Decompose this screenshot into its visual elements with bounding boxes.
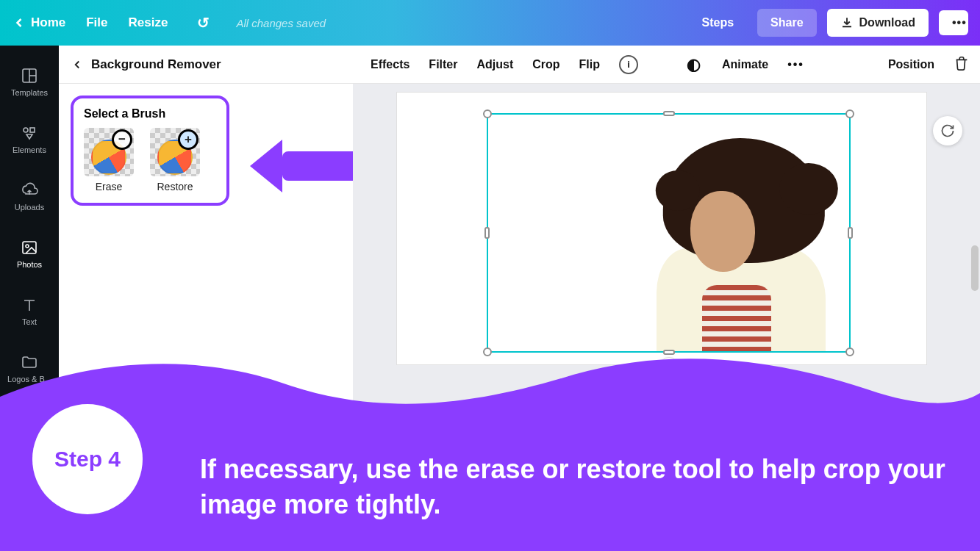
restore-label: Restore (157, 181, 193, 192)
svg-rect-6 (23, 242, 36, 253)
brush-selector-box: Select a Brush − Erase + Restore (71, 96, 229, 206)
refresh-plus-icon (940, 123, 955, 138)
svg-rect-4 (30, 128, 35, 132)
comment-fab[interactable] (933, 116, 962, 145)
rail-label: Text (22, 317, 37, 326)
adjust-button[interactable]: Adjust (476, 58, 513, 71)
restore-brush[interactable]: + Restore (150, 128, 200, 192)
filter-button[interactable]: Filter (429, 58, 457, 71)
flip-button[interactable]: Flip (579, 58, 600, 71)
context-toolbar: Background Remover Effects Filter Adjust… (59, 46, 980, 84)
svg-point-3 (24, 128, 28, 132)
restore-thumb: + (150, 128, 200, 176)
selection-box[interactable]: ⟳ (487, 113, 851, 353)
chevron-left-icon (71, 58, 84, 71)
top-nav-right: Steps Share Download ••• (689, 9, 968, 37)
resize-handle-left[interactable] (484, 227, 490, 239)
rail-label: Uploads (15, 203, 44, 212)
position-button[interactable]: Position (888, 58, 934, 71)
home-label: Home (31, 15, 65, 30)
crop-button[interactable]: Crop (532, 58, 559, 71)
erase-label: Erase (96, 181, 123, 192)
panel-back-header[interactable]: Background Remover (59, 57, 353, 72)
info-icon[interactable]: i (619, 55, 638, 74)
delete-button[interactable] (954, 55, 970, 74)
download-button[interactable]: Download (827, 9, 929, 37)
templates-icon (21, 67, 38, 84)
instruction-text: If necessary, use the erase or restore t… (200, 452, 951, 523)
resize-menu[interactable]: Resize (129, 15, 168, 30)
resize-handle-right[interactable] (848, 227, 853, 239)
transparency-icon[interactable]: ◐ (684, 55, 703, 74)
top-navbar: Home File Resize ↺ All changes saved Ste… (0, 0, 980, 46)
download-icon (840, 16, 854, 29)
uploads-icon (21, 181, 38, 199)
animate-button[interactable]: Animate (722, 58, 768, 71)
rail-label: Templates (11, 88, 48, 97)
elements-icon (21, 124, 38, 142)
photo-subject (642, 131, 833, 351)
undo-icon[interactable]: ↺ (197, 14, 210, 32)
resize-handle-tr[interactable] (845, 109, 854, 118)
photos-icon (21, 239, 38, 256)
brush-title: Select a Brush (84, 107, 216, 120)
home-link[interactable]: Home (12, 15, 65, 30)
step-badge: Step 4 (32, 404, 143, 514)
panel-title: Background Remover (91, 57, 221, 72)
rail-uploads[interactable]: Uploads (0, 168, 59, 225)
resize-handle-top[interactable] (663, 111, 675, 116)
erase-brush[interactable]: − Erase (84, 128, 134, 192)
svg-point-7 (26, 245, 29, 248)
more-menu-button[interactable]: ••• (939, 10, 968, 35)
vertical-scrollbar[interactable] (971, 245, 979, 291)
rail-label: Elements (12, 145, 46, 154)
share-button[interactable]: Share (757, 9, 816, 37)
save-status: All changes saved (236, 17, 326, 29)
rail-elements[interactable]: Elements (0, 110, 59, 168)
back-chevron-icon (12, 15, 26, 30)
rail-photos[interactable]: Photos (0, 225, 59, 282)
context-more-button[interactable]: ••• (787, 58, 804, 71)
rail-text[interactable]: Text (0, 282, 59, 339)
effects-button[interactable]: Effects (371, 58, 409, 71)
file-menu[interactable]: File (86, 15, 107, 30)
rail-label: Photos (17, 260, 42, 269)
text-icon (21, 296, 38, 314)
context-tools: Effects Filter Adjust Crop Flip i ◐ Anim… (353, 55, 980, 74)
download-label: Download (859, 16, 915, 29)
svg-marker-5 (26, 134, 32, 139)
top-nav-left: Home File Resize ↺ All changes saved (12, 14, 326, 32)
rail-templates[interactable]: Templates (0, 53, 59, 110)
trash-icon (954, 55, 970, 71)
steps-button[interactable]: Steps (689, 9, 748, 37)
resize-handle-tl[interactable] (483, 109, 492, 118)
erase-thumb: − (84, 128, 134, 176)
design-page[interactable]: ⟳ (397, 93, 926, 364)
